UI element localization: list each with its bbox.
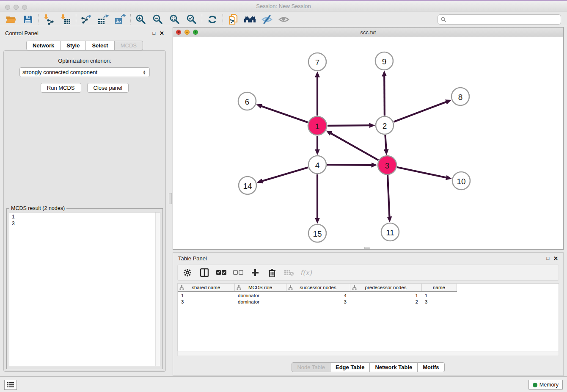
column-type-icon <box>288 285 293 290</box>
table-cell[interactable]: dominator <box>234 292 286 298</box>
graph-node-14[interactable]: 14 <box>239 177 256 194</box>
close-table-panel-icon[interactable]: ✕ <box>553 255 558 262</box>
column-header-MCDS-role[interactable]: MCDS role <box>234 284 286 292</box>
task-history-button[interactable] <box>4 380 17 390</box>
graph-edge-3-1[interactable] <box>330 133 378 160</box>
graph-edge-2-8[interactable] <box>394 102 447 121</box>
panel-splitter-handle[interactable] <box>169 193 172 204</box>
first-neighbors-icon[interactable] <box>242 13 259 26</box>
tab-network-table[interactable]: Network Table <box>369 362 418 372</box>
zoom-fit-icon[interactable] <box>166 13 183 26</box>
graph-edge-4-14[interactable] <box>262 168 308 181</box>
table-cell[interactable]: dominator <box>234 298 286 305</box>
function-builder-icon[interactable]: f(x) <box>300 267 311 278</box>
canvas-resize-handle[interactable] <box>364 247 370 249</box>
deselect-all-icon[interactable] <box>233 267 244 278</box>
graph-node-6[interactable]: 6 <box>238 92 256 110</box>
refresh-icon[interactable] <box>204 13 221 26</box>
float-table-panel-icon[interactable]: □ <box>546 256 549 261</box>
show-columns-icon[interactable] <box>199 267 210 278</box>
show-all-icon[interactable] <box>275 13 292 26</box>
svg-text:1: 1 <box>315 122 320 131</box>
delete-table-icon[interactable] <box>284 267 295 278</box>
graph-node-4[interactable]: 4 <box>308 156 326 174</box>
graph-node-15[interactable]: 15 <box>308 224 326 242</box>
table-row[interactable]: 1dominator411 <box>178 292 457 298</box>
run-mcds-button[interactable]: Run MCDS <box>41 83 81 93</box>
table-cell[interactable]: 2 <box>350 298 421 305</box>
hide-selected-icon[interactable] <box>259 13 275 26</box>
table-cell[interactable]: 1 <box>178 292 234 298</box>
export-table-icon[interactable] <box>95 13 112 26</box>
graph-node-8[interactable]: 8 <box>451 88 469 105</box>
zoom-selected-icon[interactable] <box>183 13 200 26</box>
tab-mcds[interactable]: MCDS <box>114 41 143 50</box>
import-network-icon[interactable] <box>40 13 57 26</box>
clone-network-icon[interactable] <box>225 13 242 26</box>
tab-network[interactable]: Network <box>26 41 61 50</box>
table-cell[interactable]: 1 <box>421 292 457 298</box>
close-view-icon[interactable]: ✕ <box>176 30 181 35</box>
select-all-icon[interactable] <box>216 267 227 278</box>
criterion-dropdown[interactable]: strongly connected component ▲▼ <box>19 67 150 77</box>
graph-node-2[interactable]: 2 <box>376 116 394 134</box>
graph-node-7[interactable]: 7 <box>308 53 326 71</box>
table-hscrollbar[interactable] <box>177 351 559 356</box>
search-field[interactable] <box>438 14 561 25</box>
add-column-icon[interactable] <box>250 267 261 278</box>
close-window-button[interactable] <box>5 5 10 10</box>
graph-edge-1-6[interactable] <box>261 106 308 123</box>
table-cell[interactable]: 1 <box>350 292 421 298</box>
delete-column-icon[interactable] <box>267 267 278 278</box>
table-cell[interactable]: 3 <box>178 298 234 305</box>
import-table-icon[interactable] <box>57 13 74 26</box>
result-scrollbar[interactable] <box>155 213 160 366</box>
table-cell[interactable]: 3 <box>421 298 457 305</box>
minimize-window-button[interactable] <box>14 5 19 10</box>
network-window-titlebar[interactable]: ✕ − + scc.txt <box>173 28 563 37</box>
column-header-predecessor-nodes[interactable]: predecessor nodes <box>350 284 421 292</box>
tab-select[interactable]: Select <box>85 41 114 50</box>
zoom-in-icon[interactable] <box>132 13 149 26</box>
table-options-icon[interactable] <box>182 267 193 278</box>
open-file-icon[interactable] <box>3 13 19 26</box>
tab-motifs[interactable]: Motifs <box>417 362 444 372</box>
column-header-shared-name[interactable]: shared name <box>178 284 234 292</box>
export-image-icon[interactable] <box>112 13 129 26</box>
table-cell[interactable]: 4 <box>286 292 350 298</box>
graph-node-3[interactable]: 3 <box>378 156 396 174</box>
column-header-name[interactable]: name <box>421 284 457 292</box>
save-session-icon[interactable] <box>19 13 36 26</box>
export-network-icon[interactable] <box>78 13 95 26</box>
tab-style[interactable]: Style <box>60 41 86 50</box>
table-cell[interactable]: 3 <box>286 298 350 305</box>
close-panel-icon[interactable]: ✕ <box>160 30 164 36</box>
graph-node-10[interactable]: 10 <box>452 172 470 190</box>
table-row[interactable]: 3dominator323 <box>178 298 457 305</box>
mcds-result-text[interactable]: 1 3 <box>9 213 155 366</box>
tab-edge-table[interactable]: Edge Table <box>330 362 370 372</box>
zoom-window-button[interactable] <box>22 5 27 10</box>
column-header-successor-nodes[interactable]: successor nodes <box>286 284 350 292</box>
close-panel-button[interactable]: Close panel <box>87 83 129 93</box>
tab-node-table[interactable]: Node Table <box>292 362 330 372</box>
graph-edge-2-9[interactable] <box>384 76 385 116</box>
minimize-view-icon[interactable]: − <box>184 30 190 35</box>
graph-edge-1-2[interactable] <box>328 125 370 126</box>
svg-text:4: 4 <box>315 161 320 170</box>
network-canvas[interactable]: 7968124314101511 <box>173 37 563 249</box>
memory-button[interactable]: Memory <box>528 380 563 390</box>
optimization-criterion-label: Optimization criterion: <box>4 58 165 64</box>
zoom-out-icon[interactable] <box>149 13 166 26</box>
graph-node-11[interactable]: 11 <box>381 223 399 241</box>
graph-node-9[interactable]: 9 <box>375 52 393 70</box>
maximize-view-icon[interactable]: + <box>193 30 198 35</box>
graph-edge-3-10[interactable] <box>397 167 446 178</box>
graph-edge-4-3[interactable] <box>327 165 372 165</box>
graph-edge-2-3[interactable] <box>385 135 386 150</box>
float-panel-icon[interactable]: □ <box>152 30 155 36</box>
search-input[interactable] <box>448 17 558 22</box>
graph-edge-3-11[interactable] <box>388 175 389 217</box>
graph-node-1[interactable]: 1 <box>308 116 327 135</box>
window-controls[interactable] <box>5 5 27 10</box>
